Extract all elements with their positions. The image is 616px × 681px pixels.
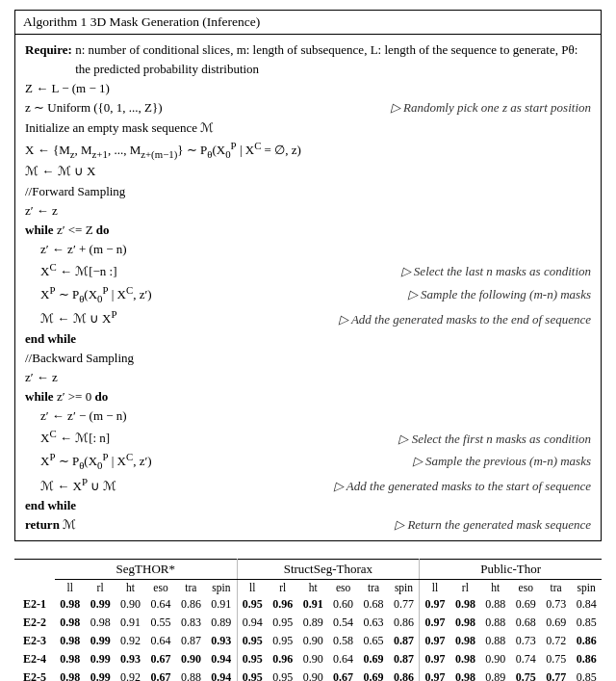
cell-structseg-3-1: 0.96 [268, 650, 297, 668]
cell-structseg-2-3: 0.58 [328, 632, 358, 650]
cell-segthor-1-2: 0.91 [116, 614, 145, 632]
cell-segthor-3-5: 0.94 [206, 650, 237, 668]
algo-return: return ℳ ▷ Return the generated mask seq… [25, 515, 591, 535]
cell-structseg-1-5: 0.86 [389, 614, 420, 632]
cell-structseg-3-5: 0.87 [389, 650, 420, 668]
cell-structseg-2-4: 0.65 [358, 632, 388, 650]
cell-segthor-0-5: 0.91 [206, 595, 237, 614]
cell-publicthor-2-2: 0.88 [480, 632, 510, 650]
cell-publicthor-0-5: 0.84 [571, 595, 602, 614]
sh-ht-struct: ht [297, 580, 327, 596]
cell-publicthor-0-4: 0.73 [541, 595, 571, 614]
table-row: E2-30.980.990.920.640.870.930.950.950.90… [14, 632, 602, 650]
require-text: n: number of conditional slices, m: leng… [75, 40, 591, 79]
cell-structseg-1-1: 0.95 [268, 614, 297, 632]
cell-publicthor-0-1: 0.98 [450, 595, 480, 614]
cell-segthor-1-4: 0.83 [176, 614, 206, 632]
cell-segthor-2-3: 0.64 [145, 632, 175, 650]
sh-ht-seg: ht [116, 580, 145, 596]
cell-publicthor-0-0: 0.97 [420, 595, 450, 614]
sh-rl-seg: rl [85, 580, 115, 596]
algo-xc-fwd: XC ← ℳ[−n :] ▷ Select the last n masks a… [25, 259, 591, 281]
cell-segthor-3-1: 0.99 [85, 650, 115, 668]
cell-segthor-0-3: 0.64 [145, 595, 175, 614]
cell-structseg-4-2: 0.90 [297, 668, 327, 681]
cell-segthor-1-3: 0.55 [145, 614, 175, 632]
cell-segthor-0-0: 0.98 [55, 595, 85, 614]
cell-structseg-0-0: 0.95 [237, 595, 268, 614]
cell-structseg-3-0: 0.95 [237, 650, 268, 668]
cell-structseg-3-2: 0.90 [297, 650, 327, 668]
segthor-group-header: SegTHOR* [55, 560, 237, 580]
cell-publicthor-3-3: 0.74 [511, 650, 541, 668]
row-label-header [14, 580, 55, 596]
algo-m-union-bwd: ℳ ← XP ∪ ℳ ▷ Add the generated masks to … [25, 474, 591, 496]
cell-publicthor-1-0: 0.97 [420, 614, 450, 632]
sh-tra-seg: tra [176, 580, 206, 596]
row-label-E2-3: E2-3 [14, 632, 55, 650]
require-keyword: Require: [25, 40, 72, 60]
cell-structseg-0-1: 0.96 [268, 595, 297, 614]
cell-structseg-2-1: 0.95 [268, 632, 297, 650]
cell-publicthor-3-2: 0.90 [480, 650, 510, 668]
cell-structseg-1-0: 0.94 [237, 614, 268, 632]
cell-structseg-0-3: 0.60 [328, 595, 358, 614]
results-table: SegTHOR* StructSeg-Thorax Public-Thor ll… [14, 559, 602, 681]
cell-publicthor-4-1: 0.98 [450, 668, 480, 681]
cell-publicthor-0-2: 0.88 [480, 595, 510, 614]
table-subheader-row: ll rl ht eso tra spin ll rl ht eso tra s… [14, 580, 602, 596]
algo-line-init: Initialize an empty mask sequence ℳ [25, 118, 591, 138]
cell-segthor-1-0: 0.98 [55, 614, 85, 632]
algo-xc-bwd: XC ← ℳ[: n] ▷ Select the first n masks a… [25, 426, 591, 448]
cell-publicthor-1-2: 0.88 [480, 614, 510, 632]
cell-publicthor-4-4: 0.77 [541, 668, 571, 681]
algo-line-x: X ← {Mz, Mz+1, ..., Mz+(m−1)} ∼ Pθ(X0P |… [25, 138, 591, 163]
cell-segthor-2-2: 0.92 [116, 632, 145, 650]
cell-publicthor-2-0: 0.97 [420, 632, 450, 650]
cell-segthor-1-5: 0.89 [206, 614, 237, 632]
cell-publicthor-3-5: 0.86 [571, 650, 602, 668]
algo-m-union-fwd: ℳ ← ℳ ∪ XP ▷ Add the generated masks to … [25, 306, 591, 328]
algorithm-box: Algorithm 1 3D Mask Generation (Inferenc… [14, 10, 602, 541]
cell-segthor-3-3: 0.67 [145, 650, 175, 668]
algorithm-title: Algorithm 1 3D Mask Generation (Inferenc… [15, 11, 601, 35]
algo-line-z-uniform: z ∼ Uniform ({0, 1, ..., Z}) ▷ Randomly … [25, 98, 591, 118]
cell-publicthor-3-0: 0.97 [420, 650, 450, 668]
empty-header [14, 560, 55, 580]
cell-structseg-4-4: 0.69 [358, 668, 388, 681]
algorithm-content: Require: n: number of conditional slices… [15, 35, 601, 540]
algo-end-while-fwd: end while [25, 329, 591, 349]
algo-zprime-init: z′ ← z [25, 201, 591, 221]
algo-forward-comment: //Forward Sampling [25, 182, 591, 201]
cell-publicthor-1-5: 0.85 [571, 614, 602, 632]
algo-end-while-bwd: end while [25, 496, 591, 515]
cell-segthor-2-5: 0.93 [206, 632, 237, 650]
cell-structseg-0-2: 0.91 [297, 595, 327, 614]
cell-structseg-3-3: 0.64 [328, 650, 358, 668]
sh-eso-seg: eso [145, 580, 175, 596]
table-row: E2-40.980.990.930.670.900.940.950.960.90… [14, 650, 602, 668]
table-container: SegTHOR* StructSeg-Thorax Public-Thor ll… [14, 559, 602, 681]
cell-segthor-2-4: 0.87 [176, 632, 206, 650]
cell-segthor-4-5: 0.94 [206, 668, 237, 681]
cell-structseg-1-4: 0.63 [358, 614, 388, 632]
cell-structseg-4-1: 0.95 [268, 668, 297, 681]
cell-structseg-1-3: 0.54 [328, 614, 358, 632]
cell-publicthor-2-5: 0.86 [571, 632, 602, 650]
cell-segthor-4-2: 0.92 [116, 668, 145, 681]
algo-while-forward: while z′ <= Z do [25, 221, 591, 240]
cell-publicthor-1-4: 0.69 [541, 614, 571, 632]
row-label-E2-2: E2-2 [14, 614, 55, 632]
algo-xp-fwd: XP ∼ Pθ(X0P | XC, z′) ▷ Sample the follo… [25, 282, 591, 307]
sh-eso-pub: eso [511, 580, 541, 596]
cell-publicthor-3-1: 0.98 [450, 650, 480, 668]
cell-publicthor-4-5: 0.85 [571, 668, 602, 681]
algo-backward-comment: //Backward Sampling [25, 349, 591, 368]
sh-eso-struct: eso [328, 580, 358, 596]
sh-ht-pub: ht [480, 580, 510, 596]
algo-zprime-init-bwd: z′ ← z [25, 368, 591, 387]
cell-publicthor-4-3: 0.75 [511, 668, 541, 681]
cell-segthor-0-4: 0.86 [176, 595, 206, 614]
cell-segthor-1-1: 0.98 [85, 614, 115, 632]
sh-ll-pub: ll [420, 580, 450, 596]
